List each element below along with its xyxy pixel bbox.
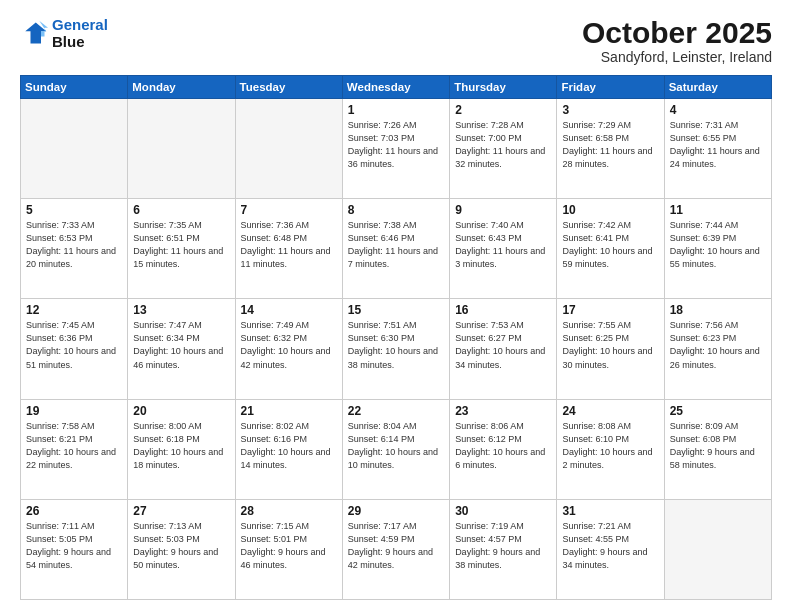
day-number: 20 [133, 404, 229, 418]
week-row-5: 26Sunrise: 7:11 AMSunset: 5:05 PMDayligh… [21, 499, 772, 599]
cell-2-4: 8Sunrise: 7:38 AMSunset: 6:46 PMDaylight… [342, 199, 449, 299]
day-info: Sunrise: 7:33 AMSunset: 6:53 PMDaylight:… [26, 219, 122, 271]
cell-5-4: 29Sunrise: 7:17 AMSunset: 4:59 PMDayligh… [342, 499, 449, 599]
day-number: 30 [455, 504, 551, 518]
day-number: 14 [241, 303, 337, 317]
day-info: Sunrise: 7:58 AMSunset: 6:21 PMDaylight:… [26, 420, 122, 472]
day-info: Sunrise: 7:13 AMSunset: 5:03 PMDaylight:… [133, 520, 229, 572]
day-number: 4 [670, 103, 766, 117]
day-info: Sunrise: 8:04 AMSunset: 6:14 PMDaylight:… [348, 420, 444, 472]
cell-4-1: 19Sunrise: 7:58 AMSunset: 6:21 PMDayligh… [21, 399, 128, 499]
day-info: Sunrise: 7:26 AMSunset: 7:03 PMDaylight:… [348, 119, 444, 171]
cell-2-6: 10Sunrise: 7:42 AMSunset: 6:41 PMDayligh… [557, 199, 664, 299]
cell-2-5: 9Sunrise: 7:40 AMSunset: 6:43 PMDaylight… [450, 199, 557, 299]
cell-3-1: 12Sunrise: 7:45 AMSunset: 6:36 PMDayligh… [21, 299, 128, 399]
page: General Blue October 2025 Sandyford, Lei… [0, 0, 792, 612]
calendar-table: Sunday Monday Tuesday Wednesday Thursday… [20, 75, 772, 600]
day-number: 3 [562, 103, 658, 117]
day-info: Sunrise: 7:31 AMSunset: 6:55 PMDaylight:… [670, 119, 766, 171]
day-info: Sunrise: 7:55 AMSunset: 6:25 PMDaylight:… [562, 319, 658, 371]
col-tuesday: Tuesday [235, 76, 342, 99]
cell-3-7: 18Sunrise: 7:56 AMSunset: 6:23 PMDayligh… [664, 299, 771, 399]
cell-2-2: 6Sunrise: 7:35 AMSunset: 6:51 PMDaylight… [128, 199, 235, 299]
day-number: 12 [26, 303, 122, 317]
cell-1-2 [128, 99, 235, 199]
week-row-3: 12Sunrise: 7:45 AMSunset: 6:36 PMDayligh… [21, 299, 772, 399]
day-info: Sunrise: 7:19 AMSunset: 4:57 PMDaylight:… [455, 520, 551, 572]
day-info: Sunrise: 8:09 AMSunset: 6:08 PMDaylight:… [670, 420, 766, 472]
logo-icon [20, 19, 48, 47]
day-number: 10 [562, 203, 658, 217]
day-number: 26 [26, 504, 122, 518]
day-info: Sunrise: 7:15 AMSunset: 5:01 PMDaylight:… [241, 520, 337, 572]
cell-4-4: 22Sunrise: 8:04 AMSunset: 6:14 PMDayligh… [342, 399, 449, 499]
day-number: 23 [455, 404, 551, 418]
day-info: Sunrise: 7:29 AMSunset: 6:58 PMDaylight:… [562, 119, 658, 171]
day-number: 5 [26, 203, 122, 217]
cell-4-6: 24Sunrise: 8:08 AMSunset: 6:10 PMDayligh… [557, 399, 664, 499]
cell-5-5: 30Sunrise: 7:19 AMSunset: 4:57 PMDayligh… [450, 499, 557, 599]
cell-1-4: 1Sunrise: 7:26 AMSunset: 7:03 PMDaylight… [342, 99, 449, 199]
day-number: 13 [133, 303, 229, 317]
col-wednesday: Wednesday [342, 76, 449, 99]
day-info: Sunrise: 8:08 AMSunset: 6:10 PMDaylight:… [562, 420, 658, 472]
cell-5-6: 31Sunrise: 7:21 AMSunset: 4:55 PMDayligh… [557, 499, 664, 599]
day-info: Sunrise: 7:53 AMSunset: 6:27 PMDaylight:… [455, 319, 551, 371]
day-number: 15 [348, 303, 444, 317]
calendar-header-row: Sunday Monday Tuesday Wednesday Thursday… [21, 76, 772, 99]
day-number: 11 [670, 203, 766, 217]
day-info: Sunrise: 7:49 AMSunset: 6:32 PMDaylight:… [241, 319, 337, 371]
week-row-4: 19Sunrise: 7:58 AMSunset: 6:21 PMDayligh… [21, 399, 772, 499]
day-info: Sunrise: 7:36 AMSunset: 6:48 PMDaylight:… [241, 219, 337, 271]
day-number: 19 [26, 404, 122, 418]
day-info: Sunrise: 7:45 AMSunset: 6:36 PMDaylight:… [26, 319, 122, 371]
day-info: Sunrise: 7:40 AMSunset: 6:43 PMDaylight:… [455, 219, 551, 271]
title-block: October 2025 Sandyford, Leinster, Irelan… [582, 16, 772, 65]
cell-1-3 [235, 99, 342, 199]
cell-3-3: 14Sunrise: 7:49 AMSunset: 6:32 PMDayligh… [235, 299, 342, 399]
day-info: Sunrise: 8:00 AMSunset: 6:18 PMDaylight:… [133, 420, 229, 472]
cell-1-5: 2Sunrise: 7:28 AMSunset: 7:00 PMDaylight… [450, 99, 557, 199]
cell-4-7: 25Sunrise: 8:09 AMSunset: 6:08 PMDayligh… [664, 399, 771, 499]
cell-2-1: 5Sunrise: 7:33 AMSunset: 6:53 PMDaylight… [21, 199, 128, 299]
day-info: Sunrise: 7:28 AMSunset: 7:00 PMDaylight:… [455, 119, 551, 171]
day-number: 2 [455, 103, 551, 117]
cell-2-3: 7Sunrise: 7:36 AMSunset: 6:48 PMDaylight… [235, 199, 342, 299]
day-info: Sunrise: 7:35 AMSunset: 6:51 PMDaylight:… [133, 219, 229, 271]
day-info: Sunrise: 7:42 AMSunset: 6:41 PMDaylight:… [562, 219, 658, 271]
cell-3-6: 17Sunrise: 7:55 AMSunset: 6:25 PMDayligh… [557, 299, 664, 399]
week-row-2: 5Sunrise: 7:33 AMSunset: 6:53 PMDaylight… [21, 199, 772, 299]
day-number: 1 [348, 103, 444, 117]
cell-5-3: 28Sunrise: 7:15 AMSunset: 5:01 PMDayligh… [235, 499, 342, 599]
day-number: 29 [348, 504, 444, 518]
day-info: Sunrise: 7:17 AMSunset: 4:59 PMDaylight:… [348, 520, 444, 572]
day-number: 25 [670, 404, 766, 418]
day-number: 16 [455, 303, 551, 317]
day-info: Sunrise: 7:11 AMSunset: 5:05 PMDaylight:… [26, 520, 122, 572]
logo-text: General Blue [52, 16, 108, 51]
cell-4-2: 20Sunrise: 8:00 AMSunset: 6:18 PMDayligh… [128, 399, 235, 499]
cell-3-5: 16Sunrise: 7:53 AMSunset: 6:27 PMDayligh… [450, 299, 557, 399]
day-number: 24 [562, 404, 658, 418]
day-info: Sunrise: 7:38 AMSunset: 6:46 PMDaylight:… [348, 219, 444, 271]
cell-5-2: 27Sunrise: 7:13 AMSunset: 5:03 PMDayligh… [128, 499, 235, 599]
day-number: 8 [348, 203, 444, 217]
day-info: Sunrise: 7:51 AMSunset: 6:30 PMDaylight:… [348, 319, 444, 371]
day-info: Sunrise: 8:02 AMSunset: 6:16 PMDaylight:… [241, 420, 337, 472]
cell-5-1: 26Sunrise: 7:11 AMSunset: 5:05 PMDayligh… [21, 499, 128, 599]
col-saturday: Saturday [664, 76, 771, 99]
month-title: October 2025 [582, 16, 772, 49]
day-number: 17 [562, 303, 658, 317]
day-number: 22 [348, 404, 444, 418]
day-number: 27 [133, 504, 229, 518]
header: General Blue October 2025 Sandyford, Lei… [20, 16, 772, 65]
col-monday: Monday [128, 76, 235, 99]
day-info: Sunrise: 7:56 AMSunset: 6:23 PMDaylight:… [670, 319, 766, 371]
day-number: 6 [133, 203, 229, 217]
cell-5-7 [664, 499, 771, 599]
week-row-1: 1Sunrise: 7:26 AMSunset: 7:03 PMDaylight… [21, 99, 772, 199]
cell-3-4: 15Sunrise: 7:51 AMSunset: 6:30 PMDayligh… [342, 299, 449, 399]
cell-1-1 [21, 99, 128, 199]
day-number: 31 [562, 504, 658, 518]
day-number: 28 [241, 504, 337, 518]
